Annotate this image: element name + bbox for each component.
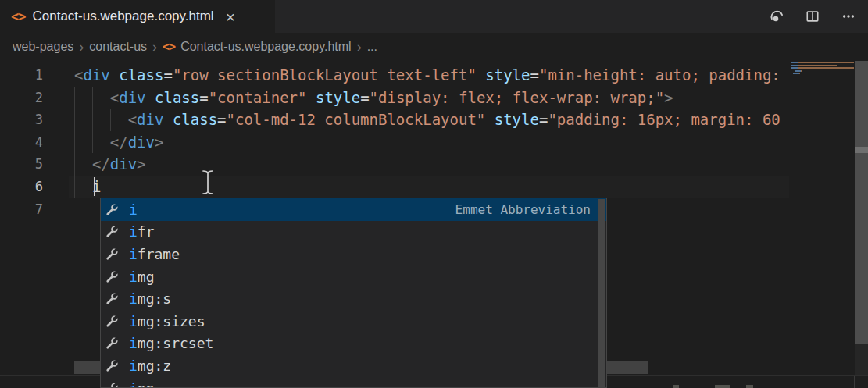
suggest-item-inp[interactable]: inp — [101, 377, 606, 388]
line-number: 5 — [0, 153, 43, 176]
close-tab-icon[interactable]: × — [226, 9, 235, 25]
code-line[interactable]: <div class="container" style="display: f… — [74, 87, 789, 109]
suggest-label-rest: mg:s — [138, 290, 171, 307]
suggest-label-rest: fr — [138, 223, 155, 240]
clipped-ui-fragment — [715, 385, 730, 388]
breadcrumb-overflow[interactable]: ... — [367, 40, 377, 54]
clipped-ui-fragment — [673, 385, 679, 388]
snippet-wrench-icon — [105, 203, 119, 216]
line-number: 7 — [0, 198, 43, 221]
suggest-label-match: i — [129, 201, 138, 218]
suggest-label-match: i — [129, 246, 138, 262]
breadcrumb-folder-contact-us[interactable]: contact-us — [89, 40, 147, 54]
line-number: 2 — [0, 87, 43, 109]
mouse-ibeam-cursor — [200, 169, 216, 198]
suggest-item-img[interactable]: img — [101, 265, 606, 288]
snippet-wrench-icon — [105, 336, 119, 350]
suggest-scrollbar[interactable] — [598, 199, 605, 387]
tab-title: Contact-us.webpage.copy.html — [32, 9, 213, 24]
vertical-scrollbar[interactable] — [855, 61, 868, 344]
code-line[interactable]: </div> — [74, 131, 789, 154]
text-caret — [94, 177, 95, 196]
suggest-label-rest: frame — [138, 246, 180, 262]
vscode-window: <> Contact-us.webpage.copy.html × — [0, 0, 868, 388]
suggest-label-rest: np — [138, 380, 155, 388]
suggest-label-rest: mg:srcset — [138, 335, 214, 351]
suggest-label-match: i — [129, 358, 138, 374]
snippet-wrench-icon — [105, 359, 119, 372]
suggest-widget: iEmmet Abbreviationifriframeimgimg:simg:… — [100, 198, 607, 388]
snippet-wrench-icon — [105, 270, 119, 283]
suggest-item-img:srcset[interactable]: img:srcset — [101, 333, 606, 355]
suggest-label-match: i — [129, 313, 138, 329]
suggest-label-rest: mg:z — [138, 358, 171, 374]
suggest-item-img:z[interactable]: img:z — [101, 354, 606, 377]
chevron-right-icon: › — [352, 40, 367, 54]
line-number: 6 — [0, 176, 43, 198]
panel-divider — [854, 376, 855, 388]
suggest-detail: Emmet Abbreviation — [455, 202, 606, 217]
suggest-item-iframe[interactable]: iframe — [101, 243, 606, 265]
suggest-label-match: i — [129, 223, 138, 240]
suggest-label-match: i — [129, 269, 138, 285]
line-number: 4 — [0, 131, 43, 154]
code-line[interactable]: i — [74, 176, 789, 198]
breadcrumb-file[interactable]: Contact-us.webpage.copy.html — [180, 40, 351, 54]
code-line[interactable]: </div> — [74, 153, 789, 176]
suggest-item-img:s[interactable]: img:s — [101, 287, 606, 310]
chevron-right-icon: › — [147, 40, 163, 54]
editor-tab[interactable]: <> Contact-us.webpage.copy.html × — [0, 0, 275, 33]
open-preview-icon[interactable] — [770, 9, 784, 23]
indent-guide — [74, 87, 75, 198]
suggest-label-rest: mg — [138, 269, 155, 285]
suggest-item-img:sizes[interactable]: img:sizes — [101, 310, 606, 333]
suggest-label-rest: mg:sizes — [138, 313, 205, 329]
clipped-ui-fragment — [746, 385, 753, 388]
suggest-item-ifr[interactable]: ifr — [101, 221, 606, 244]
indent-guide — [92, 87, 93, 154]
code-line[interactable]: <div class="row sectionBlockLayout text-… — [74, 64, 789, 87]
snippet-wrench-icon — [105, 315, 119, 328]
snippet-wrench-icon — [105, 225, 119, 238]
suggest-label-match: i — [129, 290, 138, 307]
tab-bar: <> Contact-us.webpage.copy.html × — [0, 0, 868, 33]
split-editor-icon[interactable] — [805, 9, 820, 23]
suggest-list: iEmmet Abbreviationifriframeimgimg:simg:… — [101, 198, 606, 388]
suggest-item-i[interactable]: iEmmet Abbreviation — [101, 198, 606, 221]
overview-ruler-cursor-mark — [855, 147, 868, 153]
html-file-icon: <> — [11, 9, 25, 24]
suggest-label-match: i — [129, 380, 138, 388]
line-number: 3 — [0, 109, 43, 131]
suggest-label-match: i — [129, 335, 138, 351]
chevron-right-icon: › — [73, 40, 89, 54]
breadcrumb-folder-web-pages[interactable]: web-pages — [13, 40, 73, 54]
more-actions-icon[interactable] — [841, 9, 855, 23]
snippet-wrench-icon — [105, 382, 119, 388]
snippet-wrench-icon — [105, 247, 119, 261]
snippet-wrench-icon — [105, 292, 119, 305]
editor-actions — [770, 0, 855, 33]
line-number: 1 — [0, 64, 43, 87]
indent-guide — [110, 109, 111, 131]
html-file-icon: <> — [163, 40, 175, 54]
breadcrumb: web-pages › contact-us › <> Contact-us.w… — [0, 33, 868, 61]
code-line[interactable]: <div class="col-md-12 columnBlockLayout"… — [74, 109, 789, 131]
